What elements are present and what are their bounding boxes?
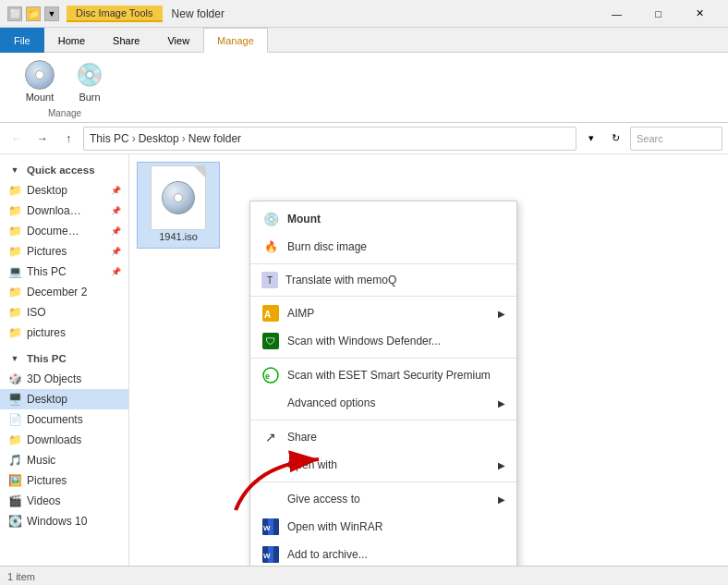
address-refresh-button[interactable]: ↻ bbox=[604, 128, 626, 150]
quick-access-expand-icon: ▼ bbox=[7, 163, 22, 177]
sidebar-music-label: Music bbox=[27, 454, 121, 467]
burn-button[interactable]: 💿 Burn bbox=[67, 56, 113, 106]
sidebar-item-videos[interactable]: 🎬 Videos bbox=[0, 491, 128, 511]
cm-aimp[interactable]: A AIMP ▶ bbox=[250, 299, 516, 327]
title-bar: ⬜ 📁 ▼ Disc Image Tools New folder — □ ✕ bbox=[0, 0, 728, 28]
sidebar-videos-label: Videos bbox=[27, 494, 121, 507]
address-bar[interactable]: This PC › Desktop › New folder bbox=[83, 127, 576, 151]
svg-text:e: e bbox=[265, 372, 270, 381]
tab-manage[interactable]: Manage bbox=[203, 28, 268, 53]
close-button[interactable]: ✕ bbox=[679, 0, 721, 28]
iso-file-icon bbox=[149, 168, 208, 227]
cm-sep-2 bbox=[250, 296, 516, 297]
sidebar-iso-label: ISO bbox=[27, 306, 121, 319]
breadcrumb-folder: New folder bbox=[188, 132, 241, 145]
cm-share[interactable]: ↗ Share bbox=[250, 423, 516, 451]
up-button[interactable]: ↑ bbox=[57, 128, 79, 150]
sidebar-3dobjects-label: 3D Objects bbox=[27, 372, 121, 385]
mount-icon bbox=[25, 60, 55, 90]
sidebar-item-3d-objects[interactable]: 🎲 3D Objects bbox=[0, 369, 128, 389]
cm-giveaccess[interactable]: Give access to ▶ bbox=[250, 485, 516, 513]
cm-addarchive[interactable]: W Add to archive... bbox=[250, 541, 516, 566]
quick-access-label: Quick access bbox=[27, 165, 121, 176]
sidebar-downloads-pc-label: Downloads bbox=[27, 433, 121, 446]
tab-file[interactable]: File bbox=[0, 28, 44, 53]
file-1941-iso[interactable]: 1941.iso bbox=[137, 162, 220, 249]
sidebar-item-desktop[interactable]: 📁 Desktop 📌 bbox=[0, 180, 128, 201]
thispc-expand-icon: ▼ bbox=[7, 351, 22, 366]
cm-sep-1 bbox=[250, 263, 516, 264]
cm-advanced[interactable]: Advanced options ▶ bbox=[250, 389, 516, 417]
forward-button[interactable]: → bbox=[31, 128, 54, 150]
svg-text:W: W bbox=[263, 524, 271, 532]
breadcrumb-pc: This PC bbox=[90, 132, 129, 145]
sidebar-item-downloads[interactable]: 📁 Downloa… 📌 bbox=[0, 201, 128, 221]
cm-translate[interactable]: T Translate with memoQ bbox=[250, 267, 516, 293]
address-dropdown-button[interactable]: ▾ bbox=[580, 128, 602, 150]
pictures-pin-icon: 📌 bbox=[111, 247, 121, 256]
back-button[interactable]: ← bbox=[6, 128, 28, 150]
sidebar-item-music[interactable]: 🎵 Music bbox=[0, 450, 128, 470]
sidebar-item-documents[interactable]: 📁 Docume… 📌 bbox=[0, 221, 128, 241]
desktop-pc-icon: 🖥️ bbox=[7, 392, 22, 407]
cm-translate-icon: T bbox=[261, 272, 278, 288]
window-title: New folder bbox=[172, 7, 224, 20]
tab-home[interactable]: Home bbox=[44, 28, 99, 53]
sidebar-item-iso[interactable]: 📁 ISO bbox=[0, 302, 128, 323]
advanced-arrow-icon: ▶ bbox=[498, 398, 505, 408]
documents-pc-icon: 📄 bbox=[7, 412, 22, 427]
sidebar-december-label: December 2 bbox=[27, 286, 121, 299]
minimize-button[interactable]: — bbox=[596, 0, 637, 28]
sidebar-item-documents-pc[interactable]: 📄 Documents bbox=[0, 409, 128, 430]
file-name-label: 1941.iso bbox=[159, 231, 198, 242]
pictures-pc-icon: 🖼️ bbox=[7, 473, 22, 488]
burn-label: Burn bbox=[79, 91, 100, 103]
cm-sep-3 bbox=[250, 358, 516, 359]
cm-openwinrar[interactable]: W Open with WinRAR bbox=[250, 513, 516, 541]
title-bar-icons: ⬜ 📁 ▼ bbox=[7, 6, 59, 21]
sidebar-pictures2-label: pictures bbox=[27, 326, 121, 339]
svg-text:🛡: 🛡 bbox=[265, 335, 275, 347]
cm-openwith[interactable]: Open with ▶ bbox=[250, 451, 516, 479]
sidebar-this-pc-header: ▼ This PC bbox=[0, 348, 128, 369]
sidebar: ▼ Quick access 📁 Desktop 📌 📁 Downloa… 📌 … bbox=[0, 154, 129, 566]
sidebar-item-pictures-pc[interactable]: 🖼️ Pictures bbox=[0, 470, 128, 491]
status-bar: 1 item bbox=[0, 566, 728, 585]
sidebar-item-this-pc-quick[interactable]: 💻 This PC 📌 bbox=[0, 262, 128, 282]
cm-giveaccess-icon bbox=[261, 490, 280, 508]
tab-view[interactable]: View bbox=[153, 28, 203, 53]
sidebar-item-desktop-pc[interactable]: 🖥️ Desktop bbox=[0, 389, 128, 409]
this-pc-label: This PC bbox=[27, 353, 121, 364]
content-area: 1941.iso 💿 Mount 🔥 Burn disc image T Tra… bbox=[129, 154, 728, 566]
sidebar-item-windows10[interactable]: 💽 Windows 10 bbox=[0, 511, 128, 531]
context-menu: 💿 Mount 🔥 Burn disc image T Translate wi… bbox=[249, 201, 517, 566]
cm-share-icon: ↗ bbox=[261, 428, 280, 446]
cm-burn[interactable]: 🔥 Burn disc image bbox=[250, 233, 516, 261]
sidebar-quick-access-header: ▼ Quick access bbox=[0, 160, 128, 180]
maximize-button[interactable]: □ bbox=[637, 0, 679, 28]
sidebar-item-downloads-pc[interactable]: 📁 Downloads bbox=[0, 430, 128, 450]
sidebar-item-pictures[interactable]: 📁 Pictures 📌 bbox=[0, 241, 128, 262]
sidebar-windows10-label: Windows 10 bbox=[27, 515, 121, 528]
tab-share[interactable]: Share bbox=[99, 28, 153, 53]
mount-button[interactable]: Mount bbox=[17, 56, 63, 106]
cm-scan-defender[interactable]: 🛡 Scan with Windows Defender... bbox=[250, 327, 516, 355]
dropdown-tb[interactable]: ▼ bbox=[44, 6, 59, 21]
sidebar-item-pictures2[interactable]: 📁 pictures bbox=[0, 323, 128, 343]
cm-scan-eset[interactable]: e Scan with ESET Smart Security Premium bbox=[250, 361, 516, 389]
search-bar[interactable]: Searc bbox=[630, 127, 722, 151]
window-controls: — □ ✕ bbox=[596, 0, 721, 28]
folder-icon-tb: 📁 bbox=[26, 6, 41, 21]
cm-openwith-icon bbox=[261, 456, 280, 474]
address-actions: ▾ ↻ bbox=[580, 128, 626, 150]
navigation-bar: ← → ↑ This PC › Desktop › New folder ▾ ↻… bbox=[0, 123, 728, 154]
sidebar-pictures-pc-label: Pictures bbox=[27, 474, 121, 487]
cm-mount[interactable]: 💿 Mount bbox=[250, 205, 516, 233]
documents-folder-icon: 📁 bbox=[7, 224, 22, 238]
mount-label: Mount bbox=[26, 91, 55, 103]
sidebar-item-december[interactable]: 📁 December 2 bbox=[0, 282, 128, 302]
disc-image-tools-tab[interactable]: Disc Image Tools bbox=[67, 6, 163, 22]
cm-winrar-open-icon: W bbox=[261, 518, 280, 536]
aimp-arrow-icon: ▶ bbox=[498, 309, 505, 319]
sidebar-thispc-quick-label: This PC bbox=[27, 265, 106, 278]
